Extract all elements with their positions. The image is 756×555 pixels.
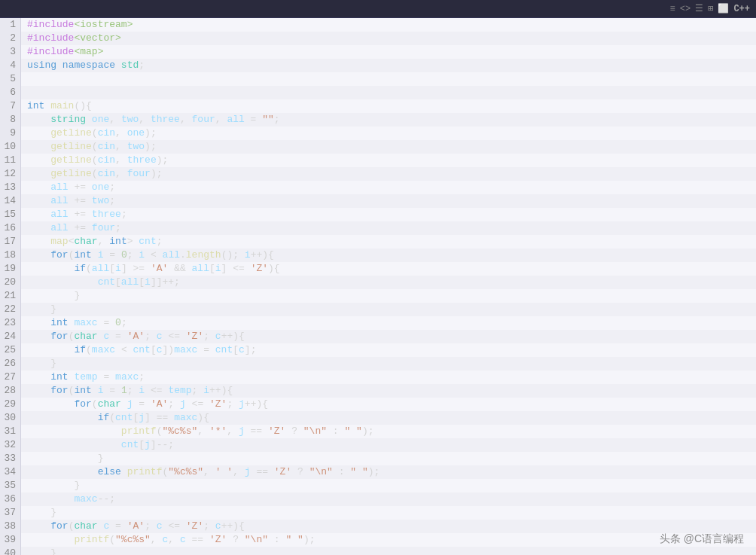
line-number: 37 (0, 506, 20, 520)
code-line: using namespace std; (21, 59, 756, 72)
line-number: 24 (0, 330, 20, 343)
code-line: if(maxc < cnt[c])maxc = cnt[c]; (21, 343, 756, 357)
code-line: #include<map> (21, 45, 756, 59)
code-line: if(cnt[j] == maxc){ (21, 411, 756, 425)
code-line: all += four; (21, 221, 756, 235)
code-line: getline(cin, three); (21, 154, 756, 167)
list-icon[interactable]: ☰ (695, 3, 703, 14)
code-line: for(int i = 0; i < all.length(); i++){ (21, 249, 756, 262)
line-number: 29 (0, 398, 20, 411)
code-line: } (21, 506, 756, 520)
line-number: 40 (0, 547, 20, 555)
code-line: all += one; (21, 181, 756, 194)
code-line: } (21, 452, 756, 465)
line-number: 33 (0, 452, 20, 465)
code-line (21, 72, 756, 86)
line-number: 13 (0, 181, 20, 194)
line-number: 39 (0, 533, 20, 547)
code-line: } (21, 303, 756, 316)
code-line: } (21, 547, 756, 555)
code-line (21, 86, 756, 99)
line-number: 36 (0, 492, 20, 506)
line-number: 7 (0, 99, 20, 113)
line-number: 34 (0, 465, 20, 479)
line-number: 17 (0, 235, 20, 249)
line-number: 14 (0, 194, 20, 208)
toolbar: ≡ <> ☰ ⊞ ⬜ C++ (0, 0, 756, 18)
code-line: for(int i = 1; i <= temp; i++){ (21, 384, 756, 398)
line-number: 32 (0, 438, 20, 452)
line-number: 10 (0, 140, 20, 154)
code-line: } (21, 289, 756, 303)
line-number: 1 (0, 18, 20, 32)
line-numbers: 1234567891011121314151617181920212223242… (0, 18, 21, 555)
line-number: 23 (0, 316, 20, 330)
lang-label: C++ (733, 4, 750, 14)
line-number: 20 (0, 276, 20, 289)
code-line: printf("%c%s", c, c == 'Z' ? "\n" : " ")… (21, 533, 756, 547)
line-number: 15 (0, 208, 20, 221)
line-number: 35 (0, 479, 20, 492)
code-line: else printf("%c%s", ' ', j == 'Z' ? "\n"… (21, 465, 756, 479)
line-number: 25 (0, 343, 20, 357)
line-number: 5 (0, 72, 20, 86)
line-number: 2 (0, 32, 20, 45)
line-number: 22 (0, 303, 20, 316)
code-line: maxc--; (21, 492, 756, 506)
code-line: all += two; (21, 194, 756, 208)
code-line: printf("%c%s", '*', j == 'Z' ? "\n" : " … (21, 425, 756, 438)
code-line: for(char c = 'A'; c <= 'Z'; c++){ (21, 520, 756, 533)
code-line: cnt[all[i]]++; (21, 276, 756, 289)
line-number: 19 (0, 262, 20, 276)
code-lines[interactable]: #include<iostream>#include<vector>#inclu… (21, 18, 756, 555)
code-line: string one, two, three, four, all = ""; (21, 113, 756, 127)
code-line: cnt[j]--; (21, 438, 756, 452)
watermark: 头条 @C语言编程 (660, 532, 744, 546)
code-line: for(char c = 'A'; c <= 'Z'; c++){ (21, 330, 756, 343)
line-number: 21 (0, 289, 20, 303)
code-line: int maxc = 0; (21, 316, 756, 330)
line-number: 30 (0, 411, 20, 425)
line-number: 26 (0, 357, 20, 371)
line-number: 38 (0, 520, 20, 533)
line-number: 8 (0, 113, 20, 127)
code-line: } (21, 479, 756, 492)
line-number: 27 (0, 371, 20, 384)
line-number: 6 (0, 86, 20, 99)
code-line: getline(cin, four); (21, 167, 756, 181)
code-line: } (21, 357, 756, 371)
line-number: 16 (0, 221, 20, 235)
code-line: int temp = maxc; (21, 371, 756, 384)
code-line: all += three; (21, 208, 756, 221)
line-number: 9 (0, 127, 20, 140)
window-icon[interactable]: ⬜ (718, 3, 729, 14)
code-line: getline(cin, one); (21, 127, 756, 140)
line-number: 4 (0, 59, 20, 72)
code-line: for(char j = 'A'; j <= 'Z'; j++){ (21, 398, 756, 411)
line-number: 3 (0, 45, 20, 59)
code-area: 1234567891011121314151617181920212223242… (0, 18, 756, 555)
grid-icon[interactable]: ⊞ (708, 3, 713, 14)
line-number: 12 (0, 167, 20, 181)
line-number: 11 (0, 154, 20, 167)
line-number: 18 (0, 249, 20, 262)
code-line: getline(cin, two); (21, 140, 756, 154)
line-number: 28 (0, 384, 20, 398)
code-line: #include<vector> (21, 32, 756, 45)
line-number: 31 (0, 425, 20, 438)
code-line: int main(){ (21, 99, 756, 113)
code-line: #include<iostream> (21, 18, 756, 32)
code-icon[interactable]: <> (680, 4, 690, 14)
code-line: map<char, int> cnt; (21, 235, 756, 249)
code-line: if(all[i] >= 'A' && all[i] <= 'Z'){ (21, 262, 756, 276)
menu-icon[interactable]: ≡ (670, 4, 675, 14)
